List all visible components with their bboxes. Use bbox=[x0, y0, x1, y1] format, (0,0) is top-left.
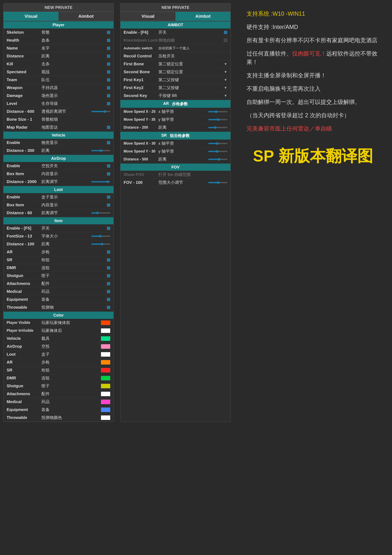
slider-loot-distance[interactable] bbox=[91, 212, 110, 214]
dropdown-secondbone[interactable]: ▼ bbox=[224, 70, 227, 74]
slider-vehicle-distance[interactable] bbox=[91, 150, 110, 151]
row-color-loot: Loot 盒子 bbox=[3, 351, 114, 358]
dropdown-firstkey2[interactable]: ▼ bbox=[224, 86, 227, 90]
checkbox-health[interactable] bbox=[107, 39, 110, 42]
checkbox-item-shotgun[interactable] bbox=[107, 274, 110, 278]
checkbox-skeleton[interactable] bbox=[107, 31, 110, 34]
dropdown-secondkey[interactable]: ▼ bbox=[224, 94, 227, 98]
row-spectated: Spectated 观战 bbox=[3, 68, 114, 76]
checkbox-damage[interactable] bbox=[107, 94, 110, 97]
swatch-vehicle[interactable] bbox=[101, 336, 110, 341]
row-enable-f6: Enable - [F6] 开关 bbox=[121, 29, 230, 37]
row-item-medical: Medical 药品 bbox=[3, 288, 114, 296]
swatch-ar[interactable] bbox=[101, 360, 110, 365]
swatch-airdrop[interactable] bbox=[101, 344, 110, 349]
checkbox-item-medical[interactable] bbox=[107, 290, 110, 293]
checkbox-airdrop-enable[interactable] bbox=[107, 164, 110, 168]
checkbox-vehicle-enable[interactable] bbox=[107, 141, 110, 145]
big-title: SP 新版本翻译图 bbox=[247, 139, 379, 173]
left-panel-title: NEW PRIVATE bbox=[3, 3, 114, 12]
swatch-equipment[interactable] bbox=[101, 407, 110, 412]
row-team: Team 队伍 bbox=[3, 76, 114, 84]
swatch-shotgun[interactable] bbox=[101, 384, 110, 388]
slider-sr-movey[interactable] bbox=[208, 151, 227, 152]
row-bonesize: Bone Size - 1 骨骼粗细 bbox=[3, 116, 114, 124]
right-tab-bar: Visual Aimbot bbox=[121, 12, 230, 21]
dropdown-firstkey1[interactable]: ▼ bbox=[224, 78, 227, 82]
checkbox-knockdown[interactable] bbox=[224, 39, 227, 42]
right-tab-aimbot[interactable]: Aimbot bbox=[175, 12, 230, 21]
swatch-playervisible[interactable] bbox=[101, 320, 110, 325]
checkbox-distance[interactable] bbox=[107, 54, 110, 58]
checkbox-kill[interactable] bbox=[107, 62, 110, 66]
checkbox-enable-f6[interactable] bbox=[224, 31, 227, 34]
section-aimbot: AIMBOT bbox=[121, 21, 230, 29]
swatch-throwable[interactable] bbox=[101, 415, 110, 420]
checkbox-item-dmr[interactable] bbox=[107, 266, 110, 270]
info-line-1: 支持系统 :W10 -WIN11 bbox=[247, 9, 379, 18]
row-color-attachmens: Attachmens 配件 bbox=[3, 390, 114, 398]
checkbox-weapon[interactable] bbox=[107, 86, 110, 89]
section-color: Color bbox=[3, 312, 114, 319]
left-tab-visual[interactable]: Visual bbox=[3, 12, 58, 21]
slider-ar-distance[interactable] bbox=[208, 127, 227, 128]
dropdown-firstbone[interactable]: ▼ bbox=[224, 62, 227, 66]
row-fov100: FOV - 100 范围大小调节 bbox=[121, 179, 230, 187]
checkbox-airdrop-boxitem[interactable] bbox=[107, 172, 110, 175]
slider-ar-movey[interactable] bbox=[208, 119, 227, 120]
swatch-sr[interactable] bbox=[101, 368, 110, 372]
section-fov: FOV bbox=[121, 164, 230, 171]
row-ar-distance: Distance - 200 距离 bbox=[121, 124, 230, 131]
swatch-medical[interactable] bbox=[101, 400, 110, 404]
checkbox-item-sr[interactable] bbox=[107, 258, 110, 262]
section-airdrop: AirDrop bbox=[3, 155, 114, 162]
checkbox-item-ar[interactable] bbox=[107, 250, 110, 254]
checkbox-item-attachmens[interactable] bbox=[107, 282, 110, 285]
checkbox-loot-boxitem[interactable] bbox=[107, 203, 110, 207]
right-tab-visual[interactable]: Visual bbox=[121, 12, 175, 21]
swatch-attachmens[interactable] bbox=[101, 392, 110, 396]
row-color-sr: SR 栓狙 bbox=[3, 366, 114, 374]
swatch-dmr[interactable] bbox=[101, 376, 110, 380]
row-item-dmr: DMR 连狙 bbox=[3, 264, 114, 272]
swatch-loot[interactable] bbox=[101, 352, 110, 357]
left-tab-aimbot[interactable]: Aimbot bbox=[58, 12, 114, 21]
checkbox-team[interactable] bbox=[107, 78, 110, 82]
checkbox-name[interactable] bbox=[107, 46, 110, 50]
info-line-9: 完美兼容市面上任何雷达／单自瞄 bbox=[247, 124, 379, 133]
checkbox-item-equipment[interactable] bbox=[107, 298, 110, 301]
row-loot-enable: Enable 盒子显示 bbox=[3, 193, 114, 201]
row-color-equipment: Equipment 装备 bbox=[3, 406, 114, 414]
slider-item-distance[interactable] bbox=[91, 243, 110, 245]
checkbox-loot-enable[interactable] bbox=[107, 195, 110, 199]
checkbox-mapradar[interactable] bbox=[107, 126, 110, 129]
slider-distance600[interactable] bbox=[91, 111, 110, 112]
slider-fov[interactable] bbox=[208, 182, 227, 183]
info-line-5: 支持主播全屏录制和全屏开播！ bbox=[247, 71, 379, 80]
row-airdrop-distance: Distance - 2000 距离调节 bbox=[3, 178, 114, 186]
checkbox-spectated[interactable] bbox=[107, 70, 110, 74]
row-firstbone: First Bone 第二锁定位置 ▼ bbox=[121, 60, 230, 68]
checkbox-item-enable[interactable] bbox=[107, 226, 110, 230]
row-mapradar: Map Radar 地图雷达 bbox=[3, 124, 114, 131]
info-line-6: 不重启电脑换号无需再次注入 bbox=[247, 85, 379, 93]
slider-airdrop-distance[interactable] bbox=[91, 181, 110, 183]
row-color-playerinvisible: Player InVisible 玩家掩体后 bbox=[3, 327, 114, 335]
info-section: 支持系统 :W10 -WIN11 硬件支持 :Inter/AMD 所有显卡所有分… bbox=[237, 3, 389, 422]
slider-ar-movex[interactable] bbox=[208, 111, 227, 112]
right-panel-title: NEW PRIVATE bbox=[121, 3, 230, 12]
swatch-playerinvisible[interactable] bbox=[101, 328, 110, 333]
checkbox-level[interactable] bbox=[107, 102, 110, 105]
main-container: NEW PRIVATE Visual Aimbot Player Skeleto… bbox=[0, 0, 392, 422]
slider-sr-distance[interactable] bbox=[208, 159, 227, 160]
row-color-dmr: DMR 连狙 bbox=[3, 374, 114, 382]
row-name: Name 名字 bbox=[3, 44, 114, 52]
row-item-ar: AR 步枪 bbox=[3, 248, 114, 256]
row-color-ar: AR 步枪 bbox=[3, 358, 114, 366]
slider-item-fontsize[interactable] bbox=[91, 236, 110, 237]
row-item-equipment: Equipment 装备 bbox=[3, 296, 114, 303]
row-color-medical: Medical 药品 bbox=[3, 398, 114, 406]
checkbox-item-throwable[interactable] bbox=[107, 306, 110, 309]
row-item-attachmens: Attachmens 配件 bbox=[3, 280, 114, 288]
slider-sr-movex[interactable] bbox=[208, 143, 227, 144]
